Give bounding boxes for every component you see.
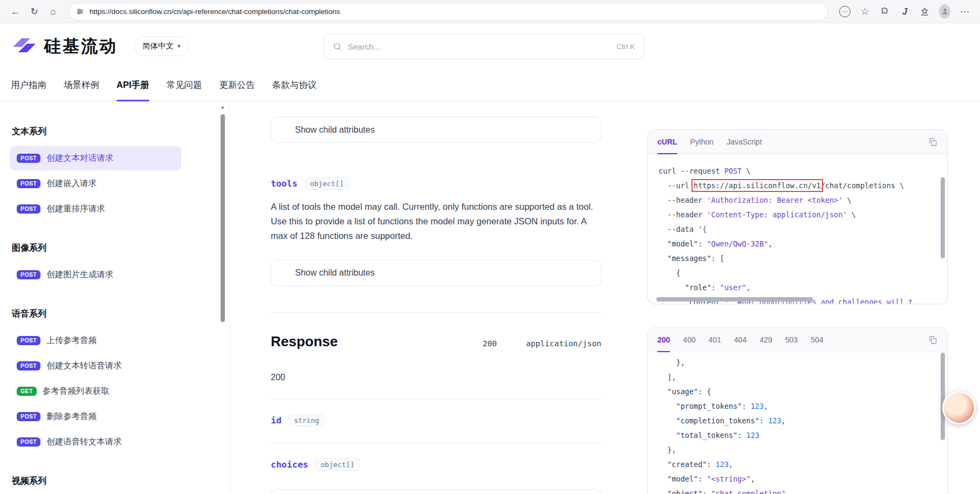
code-line: "prompt_tokens": 123, xyxy=(659,399,940,414)
browser-window: ← ↻ ⌂ https://docs.siliconflow.cn/cn/api… xyxy=(0,0,980,494)
sidebar-item[interactable]: POST创建语音转文本请求 xyxy=(10,430,181,454)
method-badge: POST xyxy=(17,154,40,163)
nav-item[interactable]: 常见问题 xyxy=(167,69,202,101)
scrollbar-up-arrow[interactable]: ▲ xyxy=(220,105,226,110)
code-line: "completion_tokens": 123, xyxy=(659,414,940,428)
search-input[interactable]: Search... Ctrl K xyxy=(324,34,644,59)
code-tab[interactable]: Python xyxy=(690,130,714,154)
code-tab[interactable]: 504 xyxy=(811,328,823,352)
red-annotation-box: https://api.siliconflow.cn/v1 xyxy=(694,181,821,190)
code-line: --header 'Authorization: Bearer <token>'… xyxy=(659,193,940,208)
nav-item[interactable]: API手册 xyxy=(116,69,149,101)
code-line: --url https://api.siliconflow.cn/v1/chat… xyxy=(659,179,940,193)
sidebar-item[interactable]: POST删除参考音频 xyxy=(10,404,181,429)
field-tools: tools object[] xyxy=(271,177,601,190)
sidebar-item[interactable]: POST创建重排序请求 xyxy=(10,197,181,221)
browser-chrome: ← ↻ ⌂ https://docs.siliconflow.cn/cn/api… xyxy=(0,0,980,23)
code-tab[interactable]: 401 xyxy=(709,328,721,352)
copy-icon[interactable] xyxy=(928,137,937,147)
nav-item[interactable]: 用户指南 xyxy=(11,69,46,101)
code-line: }, xyxy=(659,355,940,370)
show-child-attributes-button[interactable]: Show child attributes xyxy=(271,116,601,143)
extensions-puzzle-icon[interactable] xyxy=(876,3,894,20)
method-badge: GET xyxy=(17,387,37,396)
field-choices: choices object[] xyxy=(271,443,601,471)
sidebar-item-label: 创建文本转语音请求 xyxy=(46,360,122,372)
nav-item[interactable]: 条款与协议 xyxy=(272,69,317,101)
back-icon[interactable]: ← xyxy=(6,3,24,20)
code-line: "role": "user", xyxy=(659,280,940,295)
field-name: choices xyxy=(271,459,309,470)
show-child-attributes-button[interactable]: Show child attributes xyxy=(271,489,601,494)
sidebar-item[interactable]: GET参考音频列表获取 xyxy=(10,379,181,403)
response-code-block: 200400401404429503504 }, ], "usage": { "… xyxy=(647,327,948,494)
response-section: Response 200 application/json 200 id str… xyxy=(271,312,601,494)
more-actions-icon[interactable]: ⋯ xyxy=(836,3,854,20)
method-badge: POST xyxy=(17,270,40,279)
nav-item[interactable]: 场景样例 xyxy=(64,69,99,101)
code-line: "messages": [ xyxy=(659,251,940,266)
refresh-icon[interactable]: ↻ xyxy=(25,3,43,20)
url-text: https://docs.siliconflow.cn/cn/api-refer… xyxy=(90,8,340,16)
show-child-attributes-button[interactable]: Show child attributes xyxy=(271,260,601,286)
code-tab[interactable]: 404 xyxy=(734,328,746,352)
code-tab[interactable]: 503 xyxy=(785,328,798,352)
code-vertical-scrollbar[interactable] xyxy=(941,353,945,440)
sidebar-item[interactable]: POST创建文本转语音请求 xyxy=(10,354,181,378)
code-panel: cURLPythonJavaScriptcurl --request POST … xyxy=(647,129,948,494)
site-info-icon[interactable] xyxy=(76,8,84,16)
field-name: tools xyxy=(271,179,298,189)
code-line: curl --request POST \ xyxy=(659,164,940,179)
code-tab[interactable]: JavaScript xyxy=(727,130,762,154)
floating-avatar[interactable] xyxy=(942,391,976,424)
method-badge: POST xyxy=(17,336,40,345)
field-id: id string xyxy=(271,399,601,427)
logo-icon xyxy=(11,35,38,58)
sidebar-item[interactable]: POST上传参考音频 xyxy=(10,328,181,353)
sidebar-section-title: 视频系列 xyxy=(12,476,204,487)
sidebar-scrollbar[interactable]: ▲ xyxy=(220,105,226,322)
nav-item[interactable]: 更新公告 xyxy=(220,69,255,101)
language-selector[interactable]: 简体中文 ▾ xyxy=(134,36,189,56)
sidebar-item-label: 上传参考音频 xyxy=(46,335,97,346)
response-content-type-select[interactable]: application/json xyxy=(526,339,601,348)
code-tab[interactable]: 200 xyxy=(657,328,670,352)
response-status-select[interactable]: 200 xyxy=(483,339,497,348)
sidebar-section-title: 语音系列 xyxy=(12,308,204,320)
sidebar-item-label: 创建嵌入请求 xyxy=(46,178,97,189)
main-content: Show child attributes tools object[] A l… xyxy=(230,101,647,494)
browser-extension-icon[interactable]: J xyxy=(896,3,914,20)
code-line: "total_tokens": 123 xyxy=(659,428,940,443)
sidebar-item-label: 参考音频列表获取 xyxy=(43,386,109,397)
sidebar-item[interactable]: POST创建图片生成请求 xyxy=(10,263,181,287)
favorites-bar-icon[interactable] xyxy=(916,3,934,20)
search-shortcut: Ctrl K xyxy=(616,43,635,51)
profile-avatar[interactable] xyxy=(936,3,954,20)
code-line: { xyxy=(659,266,940,280)
sidebar-item-label: 删除参考音频 xyxy=(46,411,97,422)
code-line: "model": "<string>", xyxy=(659,472,940,486)
sidebar-item-label: 创建语音转文本请求 xyxy=(46,436,122,448)
code-horizontal-scrollbar[interactable] xyxy=(656,297,813,301)
home-icon[interactable]: ⌂ xyxy=(44,3,62,20)
sidebar-section-title: 图像系列 xyxy=(12,243,204,254)
logo[interactable]: 硅基流动 xyxy=(11,35,118,58)
search-icon xyxy=(333,42,342,51)
url-bar[interactable]: https://docs.siliconflow.cn/cn/api-refer… xyxy=(68,3,828,20)
sidebar-item[interactable]: POST创建嵌入请求 xyxy=(10,171,181,196)
code-line: "object": "chat.completion" xyxy=(659,486,940,494)
code-tab[interactable]: cURL xyxy=(657,130,677,154)
code-tab[interactable]: 429 xyxy=(759,328,772,352)
sidebar-item[interactable]: POST创建文本对话请求 xyxy=(10,146,181,170)
scrollbar-thumb[interactable] xyxy=(221,114,225,322)
code-tab-bar: 200400401404429503504 xyxy=(648,328,947,352)
copy-icon[interactable] xyxy=(928,335,937,345)
field-type-badge: string xyxy=(289,414,325,427)
code-area[interactable]: }, ], "usage": { "prompt_tokens": 123, "… xyxy=(648,352,947,494)
code-area[interactable]: curl --request POST \ --url https://api.… xyxy=(648,154,947,304)
field-name: id xyxy=(271,415,282,426)
code-tab[interactable]: 400 xyxy=(683,328,695,352)
add-favorite-star-icon[interactable]: ☆ xyxy=(856,3,874,20)
code-vertical-scrollbar[interactable] xyxy=(941,177,945,258)
settings-menu-icon[interactable]: ⋯ xyxy=(956,3,974,20)
